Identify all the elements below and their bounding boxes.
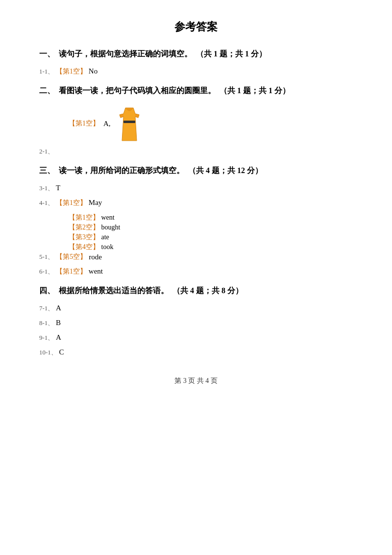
item-5-1-sub-3: 【第3空】 ate xyxy=(69,233,353,242)
item-5-1-val-2: bought xyxy=(101,224,121,231)
item-6-1-tag: 【第1空】 xyxy=(56,268,87,275)
item-4-1: 4-1、 【第1空】 May xyxy=(39,199,353,207)
section-3-header: 三、 读一读，用所给词的正确形式填空。 （共 4 题；共 12 分） xyxy=(39,166,353,176)
section-1-header: 一、 读句子，根据句意选择正确的词填空。 （共 1 题；共 1 分） xyxy=(39,49,353,59)
section-4-number: 四、 xyxy=(39,286,55,296)
item-4-1-tag: 【第1空】 xyxy=(56,199,87,206)
item-5-1-val-5: rode xyxy=(89,253,102,261)
page-title: 参考答案 xyxy=(39,20,353,34)
dress-icon xyxy=(115,104,144,143)
item-8-1: 8-1、 B xyxy=(39,319,353,328)
item-3-1-label: 3-1、 xyxy=(39,184,54,192)
section-2-description: 看图读一读，把句子代码填入相应的圆圈里。 xyxy=(59,86,216,96)
item-5-1-sub-answers: 【第1空】 went 【第2空】 bought 【第3空】 ate 【第4空】 … xyxy=(69,213,353,252)
item-6-1: 6-1、 【第1空】 went xyxy=(39,267,353,276)
item-5-1-sub-1: 【第1空】 went xyxy=(69,213,353,222)
section-2: 二、 看图读一读，把句子代码填入相应的圆圈里。 （共 1 题；共 1 分） 【第… xyxy=(39,86,353,156)
item-5-1-tag-5: 【第5空】 xyxy=(56,252,87,261)
item-4-1-label: 4-1、 xyxy=(39,199,54,206)
item-5-1-tag-1: 【第1空】 xyxy=(69,214,99,221)
item-7-1-answer: A xyxy=(56,304,61,312)
item-1-1-answer: No xyxy=(89,67,98,75)
item-6-1-answer: went xyxy=(89,267,103,275)
section-2-score: （共 1 题；共 1 分） xyxy=(220,86,290,96)
item-2-1-tag: 【第1空】 xyxy=(69,119,99,128)
page-footer: 第 3 页 共 4 页 xyxy=(39,377,353,385)
item-5-1-sub-2: 【第2空】 bought xyxy=(69,223,353,232)
item-2-1-label-row: 2-1、 xyxy=(39,147,353,156)
item-6-1-label: 6-1、 xyxy=(39,268,54,275)
section-2-header: 二、 看图读一读，把句子代码填入相应的圆圈里。 （共 1 题；共 1 分） xyxy=(39,86,353,96)
section-4-score: （共 4 题；共 8 分） xyxy=(172,286,243,296)
item-9-1: 9-1、 A xyxy=(39,333,353,342)
section-1-score: （共 1 题；共 1 分） xyxy=(196,49,267,59)
item-5-1-val-3: ate xyxy=(101,233,109,241)
item-8-1-answer: B xyxy=(56,319,61,327)
item-10-1-answer: C xyxy=(59,348,64,356)
item-3-1-answer: T xyxy=(56,184,60,192)
item-10-1-label: 10-1、 xyxy=(39,349,57,356)
section-2-number: 二、 xyxy=(39,86,55,96)
item-7-1-label: 7-1、 xyxy=(39,304,54,312)
item-7-1: 7-1、 A xyxy=(39,304,353,313)
item-9-1-label: 9-1、 xyxy=(39,334,54,341)
item-2-1-label: 2-1、 xyxy=(39,148,54,155)
section-1-description: 读句子，根据句意选择正确的词填空。 xyxy=(59,49,192,59)
item-4-1-answer: May xyxy=(89,199,102,206)
item-5-1-val-4: took xyxy=(101,243,114,251)
item-2-1-answer: A, xyxy=(103,120,111,128)
section-4-header: 四、 根据所给情景选出适当的答语。 （共 4 题；共 8 分） xyxy=(39,286,353,296)
item-3-1: 3-1、 T xyxy=(39,184,353,193)
item-1-1-tag: 【第1空】 xyxy=(56,68,87,75)
item-5-1-container: 【第1空】 went 【第2空】 bought 【第3空】 ate 【第4空】 … xyxy=(39,213,353,261)
item-1-1-label: 1-1、 xyxy=(39,68,54,75)
section-4: 四、 根据所给情景选出适当的答语。 （共 4 题；共 8 分） 7-1、 A 8… xyxy=(39,286,353,357)
item-5-1-tag-4: 【第4空】 xyxy=(69,243,99,251)
item-5-1-sub-4: 【第4空】 took xyxy=(69,243,353,252)
section-1: 一、 读句子，根据句意选择正确的词填空。 （共 1 题；共 1 分） 1-1、 … xyxy=(39,49,353,76)
section-1-number: 一、 xyxy=(39,49,55,59)
item-5-1-val-1: went xyxy=(101,214,115,221)
section-3-score: （共 4 题；共 12 分） xyxy=(188,166,263,176)
item-1-1: 1-1、 【第1空】 No xyxy=(39,67,353,76)
item-5-1-tag-3: 【第3空】 xyxy=(69,233,99,241)
section-4-description: 根据所给情景选出适当的答语。 xyxy=(59,286,169,296)
item-5-1-row: 5-1、 【第5空】 rode xyxy=(39,252,353,261)
svg-rect-0 xyxy=(123,121,135,123)
item-9-1-answer: A xyxy=(56,333,61,341)
section-3-description: 读一读，用所给词的正确形式填空。 xyxy=(59,166,184,176)
item-5-1-tag-2: 【第2空】 xyxy=(69,224,99,231)
item-8-1-label: 8-1、 xyxy=(39,319,54,327)
section-3: 三、 读一读，用所给词的正确形式填空。 （共 4 题；共 12 分） 3-1、 … xyxy=(39,166,353,276)
dress-answer-container: 【第1空】 A, xyxy=(69,104,353,143)
item-10-1: 10-1、 C xyxy=(39,348,353,357)
item-5-1-label: 5-1、 xyxy=(39,252,54,261)
section-3-number: 三、 xyxy=(39,166,55,176)
